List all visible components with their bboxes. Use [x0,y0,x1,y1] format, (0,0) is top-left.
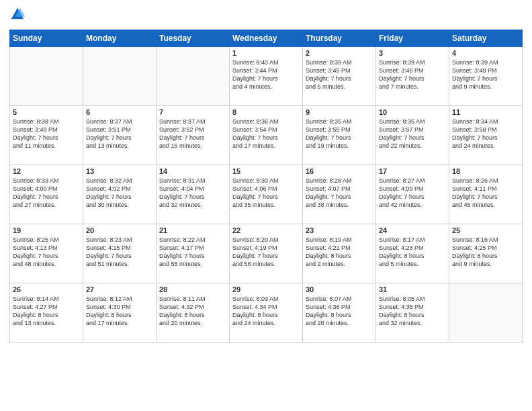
weekday-header-wednesday: Wednesday [230,30,303,47]
day-number: 29 [232,285,300,293]
calendar-cell: 11Sunrise: 8:34 AM Sunset: 3:58 PM Dayli… [449,106,523,165]
calendar: SundayMondayTuesdayWednesdayThursdayFrid… [9,30,523,342]
calendar-week-4: 19Sunrise: 8:25 AM Sunset: 4:13 PM Dayli… [10,224,523,283]
day-info: Sunrise: 8:19 AM Sunset: 4:21 PM Dayligh… [306,236,373,269]
day-number: 4 [452,49,519,57]
calendar-cell: 14Sunrise: 8:31 AM Sunset: 4:04 PM Dayli… [157,165,230,224]
day-number: 9 [306,108,373,116]
day-info: Sunrise: 8:39 AM Sunset: 3:45 PM Dayligh… [306,58,373,91]
day-info: Sunrise: 8:20 AM Sunset: 4:19 PM Dayligh… [232,236,300,269]
day-info: Sunrise: 8:32 AM Sunset: 4:02 PM Dayligh… [86,177,153,210]
day-number: 22 [232,226,300,234]
logo-icon [10,7,25,21]
calendar-week-3: 12Sunrise: 8:33 AM Sunset: 4:00 PM Dayli… [10,165,523,224]
calendar-cell: 7Sunrise: 8:37 AM Sunset: 3:52 PM Daylig… [157,106,230,165]
day-number: 21 [159,226,226,234]
header [9,7,523,24]
calendar-cell: 15Sunrise: 8:30 AM Sunset: 4:06 PM Dayli… [230,165,303,224]
weekday-header-saturday: Saturday [449,30,523,47]
day-info: Sunrise: 8:11 AM Sunset: 4:32 PM Dayligh… [159,295,226,328]
day-info: Sunrise: 8:38 AM Sunset: 3:49 PM Dayligh… [13,118,80,150]
calendar-cell [10,47,83,106]
day-number: 17 [379,167,446,175]
calendar-cell: 30Sunrise: 8:07 AM Sunset: 4:36 PM Dayli… [303,283,376,342]
weekday-header-sunday: Sunday [10,30,83,47]
day-info: Sunrise: 8:39 AM Sunset: 3:48 PM Dayligh… [452,58,519,91]
day-number: 24 [379,226,446,234]
calendar-week-2: 5Sunrise: 8:38 AM Sunset: 3:49 PM Daylig… [10,106,523,165]
calendar-cell: 16Sunrise: 8:28 AM Sunset: 4:07 PM Dayli… [303,165,376,224]
calendar-cell: 31Sunrise: 8:05 AM Sunset: 4:38 PM Dayli… [376,283,449,342]
day-number: 10 [379,108,446,116]
page-container: SundayMondayTuesdayWednesdayThursdayFrid… [0,0,532,348]
calendar-cell: 23Sunrise: 8:19 AM Sunset: 4:21 PM Dayli… [303,224,376,283]
day-number: 1 [232,49,300,57]
day-number: 27 [86,285,153,293]
calendar-cell: 1Sunrise: 8:40 AM Sunset: 3:44 PM Daylig… [230,47,303,106]
day-number: 2 [306,49,373,57]
day-info: Sunrise: 8:35 AM Sunset: 3:55 PM Dayligh… [306,118,373,150]
day-info: Sunrise: 8:05 AM Sunset: 4:38 PM Dayligh… [379,295,446,328]
day-number: 6 [86,108,153,116]
day-number: 25 [452,226,519,234]
calendar-cell: 10Sunrise: 8:35 AM Sunset: 3:57 PM Dayli… [376,106,449,165]
day-info: Sunrise: 8:31 AM Sunset: 4:04 PM Dayligh… [159,177,226,210]
day-number: 13 [86,167,153,175]
calendar-cell: 13Sunrise: 8:32 AM Sunset: 4:02 PM Dayli… [83,165,157,224]
day-info: Sunrise: 8:30 AM Sunset: 4:06 PM Dayligh… [232,177,300,210]
day-number: 30 [306,285,373,293]
calendar-body: 1Sunrise: 8:40 AM Sunset: 3:44 PM Daylig… [10,47,523,342]
day-info: Sunrise: 8:28 AM Sunset: 4:07 PM Dayligh… [306,177,373,210]
day-info: Sunrise: 8:39 AM Sunset: 3:46 PM Dayligh… [379,58,446,91]
day-number: 5 [13,108,80,116]
weekday-header-thursday: Thursday [303,30,376,47]
calendar-cell: 22Sunrise: 8:20 AM Sunset: 4:19 PM Dayli… [230,224,303,283]
day-number: 12 [13,167,80,175]
calendar-cell: 27Sunrise: 8:12 AM Sunset: 4:30 PM Dayli… [83,283,157,342]
calendar-cell: 25Sunrise: 8:16 AM Sunset: 4:25 PM Dayli… [449,224,523,283]
day-info: Sunrise: 8:36 AM Sunset: 3:54 PM Dayligh… [232,118,300,150]
day-number: 16 [306,167,373,175]
day-number: 18 [452,167,519,175]
day-info: Sunrise: 8:12 AM Sunset: 4:30 PM Dayligh… [86,295,153,328]
day-number: 31 [379,285,446,293]
calendar-cell: 6Sunrise: 8:37 AM Sunset: 3:51 PM Daylig… [83,106,157,165]
day-info: Sunrise: 8:35 AM Sunset: 3:57 PM Dayligh… [379,118,446,150]
day-number: 8 [232,108,300,116]
calendar-cell: 5Sunrise: 8:38 AM Sunset: 3:49 PM Daylig… [10,106,83,165]
weekday-header-row: SundayMondayTuesdayWednesdayThursdayFrid… [10,30,523,47]
day-number: 14 [159,167,226,175]
day-info: Sunrise: 8:17 AM Sunset: 4:23 PM Dayligh… [379,236,446,269]
day-number: 3 [379,49,446,57]
calendar-cell: 28Sunrise: 8:11 AM Sunset: 4:32 PM Dayli… [157,283,230,342]
day-info: Sunrise: 8:27 AM Sunset: 4:09 PM Dayligh… [379,177,446,210]
calendar-cell: 12Sunrise: 8:33 AM Sunset: 4:00 PM Dayli… [10,165,83,224]
day-number: 15 [232,167,300,175]
day-info: Sunrise: 8:40 AM Sunset: 3:44 PM Dayligh… [232,58,300,91]
day-info: Sunrise: 8:26 AM Sunset: 4:11 PM Dayligh… [452,177,519,210]
day-info: Sunrise: 8:16 AM Sunset: 4:25 PM Dayligh… [452,236,519,269]
calendar-cell [83,47,157,106]
day-info: Sunrise: 8:37 AM Sunset: 3:52 PM Dayligh… [159,118,226,150]
calendar-cell: 2Sunrise: 8:39 AM Sunset: 3:45 PM Daylig… [303,47,376,106]
calendar-cell: 4Sunrise: 8:39 AM Sunset: 3:48 PM Daylig… [449,47,523,106]
day-number: 7 [159,108,226,116]
calendar-cell: 8Sunrise: 8:36 AM Sunset: 3:54 PM Daylig… [230,106,303,165]
calendar-cell: 3Sunrise: 8:39 AM Sunset: 3:46 PM Daylig… [376,47,449,106]
day-number: 28 [159,285,226,293]
calendar-week-1: 1Sunrise: 8:40 AM Sunset: 3:44 PM Daylig… [10,47,523,106]
day-info: Sunrise: 8:33 AM Sunset: 4:00 PM Dayligh… [13,177,80,210]
day-info: Sunrise: 8:07 AM Sunset: 4:36 PM Dayligh… [306,295,373,328]
day-number: 20 [86,226,153,234]
calendar-cell: 20Sunrise: 8:23 AM Sunset: 4:15 PM Dayli… [83,224,157,283]
day-info: Sunrise: 8:14 AM Sunset: 4:27 PM Dayligh… [13,295,80,328]
calendar-cell: 9Sunrise: 8:35 AM Sunset: 3:55 PM Daylig… [303,106,376,165]
calendar-week-5: 26Sunrise: 8:14 AM Sunset: 4:27 PM Dayli… [10,283,523,342]
day-info: Sunrise: 8:09 AM Sunset: 4:34 PM Dayligh… [232,295,300,328]
calendar-cell: 21Sunrise: 8:22 AM Sunset: 4:17 PM Dayli… [157,224,230,283]
calendar-cell: 17Sunrise: 8:27 AM Sunset: 4:09 PM Dayli… [376,165,449,224]
day-info: Sunrise: 8:37 AM Sunset: 3:51 PM Dayligh… [86,118,153,150]
calendar-cell: 24Sunrise: 8:17 AM Sunset: 4:23 PM Dayli… [376,224,449,283]
calendar-cell [157,47,230,106]
calendar-cell: 18Sunrise: 8:26 AM Sunset: 4:11 PM Dayli… [449,165,523,224]
